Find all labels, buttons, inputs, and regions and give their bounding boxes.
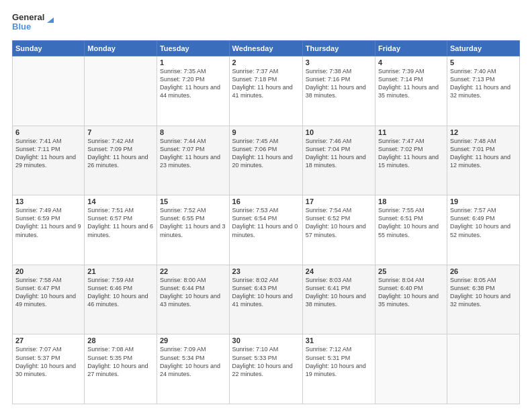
calendar-table: SundayMondayTuesdayWednesdayThursdayFrid… (12, 40, 520, 404)
day-info: Sunrise: 7:58 AM Sunset: 6:47 PM Dayligh… (15, 276, 81, 309)
day-number: 18 (378, 197, 444, 205)
day-info: Sunrise: 7:46 AM Sunset: 7:04 PM Dayligh… (306, 137, 372, 170)
day-info: Sunrise: 7:12 AM Sunset: 5:31 PM Dayligh… (306, 345, 372, 378)
calendar-cell (447, 334, 519, 404)
day-number: 28 (87, 336, 154, 345)
calendar-cell: 16Sunrise: 7:53 AM Sunset: 6:54 PM Dayli… (229, 195, 302, 265)
page: GeneralBlue SundayMondayTuesdayWednesday… (0, 0, 532, 411)
day-number: 8 (160, 128, 226, 136)
day-number: 17 (306, 197, 372, 205)
day-info: Sunrise: 7:07 AM Sunset: 5:37 PM Dayligh… (15, 345, 81, 378)
day-number: 1 (160, 58, 226, 66)
calendar-cell: 18Sunrise: 7:55 AM Sunset: 6:51 PM Dayli… (375, 195, 447, 265)
day-info: Sunrise: 7:47 AM Sunset: 7:02 PM Dayligh… (378, 137, 444, 170)
day-number: 29 (160, 336, 226, 345)
day-number: 26 (450, 267, 517, 275)
calendar-week-row: 6Sunrise: 7:41 AM Sunset: 7:11 PM Daylig… (13, 126, 520, 195)
calendar-cell: 22Sunrise: 8:00 AM Sunset: 6:44 PM Dayli… (157, 265, 229, 334)
logo-svg: GeneralBlue (12, 11, 59, 35)
calendar-cell: 24Sunrise: 8:03 AM Sunset: 6:41 PM Dayli… (302, 265, 375, 334)
day-info: Sunrise: 7:44 AM Sunset: 7:07 PM Dayligh… (160, 137, 226, 170)
day-info: Sunrise: 7:54 AM Sunset: 6:52 PM Dayligh… (306, 206, 372, 239)
calendar-cell: 6Sunrise: 7:41 AM Sunset: 7:11 PM Daylig… (13, 126, 85, 195)
day-info: Sunrise: 7:55 AM Sunset: 6:51 PM Dayligh… (378, 206, 444, 239)
day-number: 6 (15, 128, 81, 136)
day-number: 23 (232, 267, 300, 275)
calendar-cell: 5Sunrise: 7:40 AM Sunset: 7:13 PM Daylig… (447, 56, 519, 126)
day-number: 5 (450, 58, 517, 66)
calendar-cell: 7Sunrise: 7:42 AM Sunset: 7:09 PM Daylig… (85, 126, 157, 195)
calendar-cell: 15Sunrise: 7:52 AM Sunset: 6:55 PM Dayli… (157, 195, 229, 265)
calendar-cell: 31Sunrise: 7:12 AM Sunset: 5:31 PM Dayli… (302, 334, 375, 404)
calendar-cell (13, 56, 85, 126)
calendar-cell (375, 334, 447, 404)
day-number: 13 (15, 197, 81, 205)
logo: GeneralBlue (12, 11, 59, 35)
header: GeneralBlue (12, 11, 520, 35)
calendar-cell: 12Sunrise: 7:48 AM Sunset: 7:01 PM Dayli… (447, 126, 519, 195)
day-number: 30 (232, 336, 300, 345)
day-info: Sunrise: 7:10 AM Sunset: 5:33 PM Dayligh… (232, 345, 300, 378)
day-number: 19 (450, 197, 517, 205)
calendar-cell: 29Sunrise: 7:09 AM Sunset: 5:34 PM Dayli… (157, 334, 229, 404)
day-number: 11 (378, 128, 444, 136)
day-number: 9 (232, 128, 300, 136)
calendar-cell: 9Sunrise: 7:45 AM Sunset: 7:06 PM Daylig… (229, 126, 302, 195)
weekday-header: Saturday (447, 41, 519, 56)
day-number: 3 (306, 58, 372, 66)
day-info: Sunrise: 7:48 AM Sunset: 7:01 PM Dayligh… (450, 137, 517, 170)
calendar-cell: 19Sunrise: 7:57 AM Sunset: 6:49 PM Dayli… (447, 195, 519, 265)
calendar-cell: 1Sunrise: 7:35 AM Sunset: 7:20 PM Daylig… (157, 56, 229, 126)
calendar-cell: 4Sunrise: 7:39 AM Sunset: 7:14 PM Daylig… (375, 56, 447, 126)
calendar-cell: 14Sunrise: 7:51 AM Sunset: 6:57 PM Dayli… (85, 195, 157, 265)
calendar-cell: 20Sunrise: 7:58 AM Sunset: 6:47 PM Dayli… (13, 265, 85, 334)
day-info: Sunrise: 8:03 AM Sunset: 6:41 PM Dayligh… (306, 276, 372, 309)
day-info: Sunrise: 7:35 AM Sunset: 7:20 PM Dayligh… (160, 67, 226, 100)
day-info: Sunrise: 8:04 AM Sunset: 6:40 PM Dayligh… (378, 276, 444, 309)
day-info: Sunrise: 7:59 AM Sunset: 6:46 PM Dayligh… (87, 276, 154, 309)
day-info: Sunrise: 8:05 AM Sunset: 6:38 PM Dayligh… (450, 276, 517, 309)
day-number: 14 (87, 197, 154, 205)
weekday-header: Sunday (13, 41, 85, 56)
calendar-cell: 3Sunrise: 7:38 AM Sunset: 7:16 PM Daylig… (302, 56, 375, 126)
calendar-week-row: 20Sunrise: 7:58 AM Sunset: 6:47 PM Dayli… (13, 265, 520, 334)
day-number: 22 (160, 267, 226, 275)
weekday-header: Tuesday (157, 41, 229, 56)
day-number: 12 (450, 128, 517, 136)
day-number: 4 (378, 58, 444, 66)
day-number: 15 (160, 197, 226, 205)
day-number: 20 (15, 267, 81, 275)
day-number: 7 (87, 128, 154, 136)
calendar-cell: 11Sunrise: 7:47 AM Sunset: 7:02 PM Dayli… (375, 126, 447, 195)
day-info: Sunrise: 7:39 AM Sunset: 7:14 PM Dayligh… (378, 67, 444, 100)
calendar-cell: 13Sunrise: 7:49 AM Sunset: 6:59 PM Dayli… (13, 195, 85, 265)
calendar-cell: 8Sunrise: 7:44 AM Sunset: 7:07 PM Daylig… (157, 126, 229, 195)
calendar-week-row: 1Sunrise: 7:35 AM Sunset: 7:20 PM Daylig… (13, 56, 520, 126)
calendar-cell: 30Sunrise: 7:10 AM Sunset: 5:33 PM Dayli… (229, 334, 302, 404)
calendar-cell: 26Sunrise: 8:05 AM Sunset: 6:38 PM Dayli… (447, 265, 519, 334)
weekday-header: Friday (375, 41, 447, 56)
day-info: Sunrise: 7:37 AM Sunset: 7:18 PM Dayligh… (232, 67, 300, 100)
day-info: Sunrise: 7:41 AM Sunset: 7:11 PM Dayligh… (15, 137, 81, 170)
day-info: Sunrise: 7:09 AM Sunset: 5:34 PM Dayligh… (160, 345, 226, 378)
day-info: Sunrise: 7:57 AM Sunset: 6:49 PM Dayligh… (450, 206, 517, 239)
weekday-header: Monday (85, 41, 157, 56)
day-info: Sunrise: 7:42 AM Sunset: 7:09 PM Dayligh… (87, 137, 154, 170)
calendar-week-row: 13Sunrise: 7:49 AM Sunset: 6:59 PM Dayli… (13, 195, 520, 265)
calendar-cell: 28Sunrise: 7:08 AM Sunset: 5:35 PM Dayli… (85, 334, 157, 404)
calendar-cell: 17Sunrise: 7:54 AM Sunset: 6:52 PM Dayli… (302, 195, 375, 265)
calendar-cell (85, 56, 157, 126)
calendar-cell: 23Sunrise: 8:02 AM Sunset: 6:43 PM Dayli… (229, 265, 302, 334)
day-number: 25 (378, 267, 444, 275)
calendar-cell: 2Sunrise: 7:37 AM Sunset: 7:18 PM Daylig… (229, 56, 302, 126)
day-info: Sunrise: 7:40 AM Sunset: 7:13 PM Dayligh… (450, 67, 517, 100)
day-number: 16 (232, 197, 300, 205)
day-info: Sunrise: 7:52 AM Sunset: 6:55 PM Dayligh… (160, 206, 226, 239)
calendar-cell: 10Sunrise: 7:46 AM Sunset: 7:04 PM Dayli… (302, 126, 375, 195)
calendar-week-row: 27Sunrise: 7:07 AM Sunset: 5:37 PM Dayli… (13, 334, 520, 404)
day-info: Sunrise: 7:45 AM Sunset: 7:06 PM Dayligh… (232, 137, 300, 170)
calendar-cell: 27Sunrise: 7:07 AM Sunset: 5:37 PM Dayli… (13, 334, 85, 404)
day-info: Sunrise: 7:51 AM Sunset: 6:57 PM Dayligh… (87, 206, 154, 239)
day-info: Sunrise: 8:00 AM Sunset: 6:44 PM Dayligh… (160, 276, 226, 309)
header-row: SundayMondayTuesdayWednesdayThursdayFrid… (13, 41, 520, 56)
